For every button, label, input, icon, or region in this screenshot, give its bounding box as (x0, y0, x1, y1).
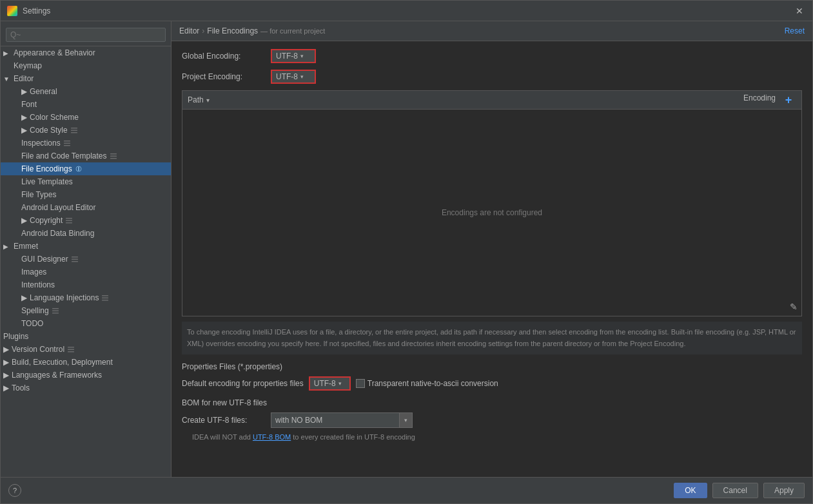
svg-rect-20 (52, 308, 59, 309)
sidebar-item-versioncontrol[interactable]: ▶ Version Control (1, 343, 171, 356)
sidebar-item-editor[interactable]: ▼ Editor (1, 72, 171, 85)
sidebar-item-livetemplates[interactable]: Live Templates (1, 175, 171, 188)
props-encoding-value: UTF-8 (314, 379, 336, 388)
footer-buttons: OK Cancel Apply (674, 483, 805, 498)
svg-rect-7 (110, 156, 117, 157)
sidebar-item-codestyle[interactable]: ▶ Code Style (1, 124, 171, 137)
sidebar-item-intentions[interactable]: Intentions (1, 278, 171, 291)
svg-rect-22 (52, 313, 59, 314)
sidebar: ▶ Appearance & Behavior Keymap ▼ Editor … (1, 21, 171, 477)
sidebar-item-label: Android Data Binding (21, 229, 94, 238)
sidebar-item-label: Copyright (30, 216, 63, 225)
breadcrumb: Editor › File Encodings — for current pr… (179, 26, 325, 35)
sidebar-item-images[interactable]: Images (1, 266, 171, 278)
global-encoding-row: Global Encoding: UTF-8 ▾ (182, 49, 802, 63)
svg-rect-16 (72, 261, 78, 262)
svg-rect-14 (72, 257, 78, 258)
bom-note-suffix: to every created file in UTF-8 encoding (291, 433, 415, 441)
svg-rect-13 (66, 222, 72, 224)
ok-button[interactable]: OK (674, 483, 707, 498)
table-body: Encodings are not configured ✎ (182, 110, 801, 316)
svg-rect-15 (72, 259, 78, 260)
reset-button[interactable]: Reset (785, 26, 805, 35)
svg-rect-23 (68, 347, 74, 348)
col-path-label: Path (188, 95, 204, 104)
sidebar-item-appearance[interactable]: ▶ Appearance & Behavior (1, 46, 171, 59)
props-encoding-dropdown[interactable]: UTF-8 ▾ (309, 376, 351, 391)
sidebar-item-keymap[interactable]: Keymap (1, 59, 171, 72)
arrow-icon: ▶ (3, 345, 9, 354)
sidebar-item-languageinjections[interactable]: ▶ Language Injections (1, 291, 171, 304)
arrow-icon: ▶ (3, 383, 9, 393)
file-table: Path ▾ Encoding + Encodings are not conf… (182, 90, 802, 316)
properties-title: Properties Files (*.properties) (182, 362, 802, 371)
transparent-checkbox[interactable] (356, 379, 365, 388)
sidebar-item-languages[interactable]: ▶ Languages & Frameworks (1, 369, 171, 382)
sidebar-item-label: Keymap (14, 61, 42, 70)
arrow-icon: ▶ (21, 126, 27, 135)
sidebar-item-label: Spelling (21, 306, 49, 315)
bom-select[interactable]: with NO BOM ▾ (271, 412, 413, 428)
breadcrumb-sub: — for current project (260, 27, 325, 35)
sidebar-item-label: GUI Designer (21, 255, 68, 264)
vcs-icon (67, 345, 75, 353)
svg-rect-5 (64, 145, 70, 146)
search-box (1, 24, 171, 46)
bom-link[interactable]: UTF-8 BOM (253, 433, 291, 441)
settings-icon (70, 126, 78, 134)
project-encoding-label: Project Encoding: (182, 72, 266, 81)
content-header: Editor › File Encodings — for current pr… (171, 21, 812, 41)
sidebar-item-guidesigner[interactable]: GUI Designer (1, 253, 171, 266)
bom-create-row: Create UTF-8 files: with NO BOM ▾ (182, 412, 802, 428)
title-bar-left: Settings (7, 6, 50, 16)
global-encoding-value: UTF-8 (276, 52, 298, 61)
project-encoding-dropdown[interactable]: UTF-8 ▾ (271, 70, 316, 84)
sort-arrow-icon: ▾ (206, 97, 210, 104)
close-button[interactable]: ✕ (793, 5, 806, 17)
svg-rect-10 (78, 167, 79, 171)
sidebar-item-label: General (30, 87, 57, 96)
sidebar-item-buildexec[interactable]: ▶ Build, Execution, Deployment (1, 356, 171, 369)
sidebar-item-inspections[interactable]: Inspections (1, 137, 171, 150)
sidebar-item-androidlayout[interactable]: Android Layout Editor (1, 201, 171, 214)
sidebar-item-label: File Types (21, 190, 56, 199)
svg-rect-6 (110, 153, 117, 155)
add-encoding-button[interactable]: + (782, 93, 795, 106)
sidebar-item-label: Code Style (30, 126, 68, 135)
apply-button[interactable]: Apply (763, 483, 805, 498)
sidebar-item-label: Appearance & Behavior (14, 48, 95, 57)
search-input[interactable] (6, 28, 166, 42)
copyright-icon (65, 217, 73, 224)
sidebar-item-colorscheme[interactable]: ▶ Color Scheme (1, 111, 171, 124)
sidebar-item-filetypes[interactable]: File Types (1, 188, 171, 201)
bom-option-text: with NO BOM (271, 416, 399, 425)
svg-rect-25 (68, 351, 74, 353)
props-encoding-label: Default encoding for properties files (182, 379, 304, 388)
props-encoding-row: Default encoding for properties files UT… (182, 376, 802, 391)
arrow-icon: ▶ (3, 50, 11, 57)
sidebar-item-label: Languages & Frameworks (12, 371, 102, 380)
sidebar-item-label: File and Code Templates (21, 151, 107, 160)
sidebar-item-emmet[interactable]: ▶ Emmet (1, 240, 171, 253)
sidebar-item-copyright[interactable]: ▶ Copyright (1, 214, 171, 227)
chevron-down-icon: ▾ (338, 380, 342, 387)
sidebar-item-font[interactable]: Font (1, 98, 171, 111)
bom-note-prefix: IDEA will NOT add (192, 433, 253, 441)
bom-create-label: Create UTF-8 files: (182, 416, 266, 425)
sidebar-item-filecodetemplates[interactable]: File and Code Templates (1, 150, 171, 162)
help-button[interactable]: ? (8, 484, 21, 497)
edit-icon[interactable]: ✎ (790, 302, 798, 312)
sidebar-item-tools[interactable]: ▶ Tools (1, 382, 171, 394)
sidebar-item-general[interactable]: ▶ General (1, 85, 171, 98)
sidebar-item-androiddatabinding[interactable]: Android Data Binding (1, 227, 171, 240)
svg-rect-12 (66, 220, 72, 222)
global-encoding-dropdown[interactable]: UTF-8 ▾ (271, 49, 316, 63)
cancel-button[interactable]: Cancel (712, 483, 758, 498)
spelling-icon (52, 307, 59, 315)
sidebar-item-plugins[interactable]: Plugins (1, 330, 171, 343)
properties-section: Properties Files (*.properties) Default … (182, 362, 802, 391)
sidebar-item-spelling[interactable]: Spelling (1, 304, 171, 317)
sidebar-item-todo[interactable]: TODO (1, 317, 171, 330)
svg-rect-4 (64, 143, 70, 144)
sidebar-item-fileencodings[interactable]: File Encodings (1, 162, 171, 175)
